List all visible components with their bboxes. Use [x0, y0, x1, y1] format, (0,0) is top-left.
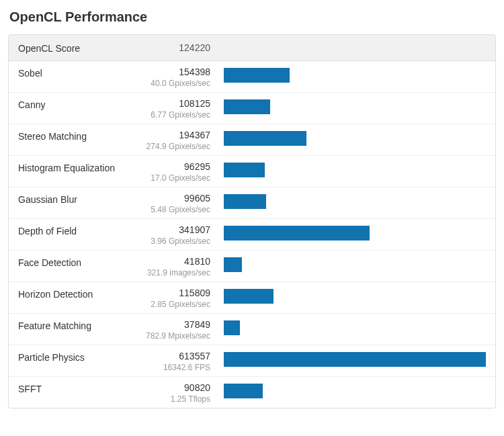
benchmark-row: Histogram Equalization9629517.0 Gpixels/… [9, 156, 495, 187]
benchmark-name: Particle Physics [18, 351, 139, 363]
benchmark-row: SFFT908201.25 Tflops [9, 377, 495, 408]
benchmark-name: Stereo Matching [18, 130, 139, 142]
benchmark-unit: 17.0 Gpixels/sec [139, 173, 210, 183]
benchmark-unit: 6.77 Gpixels/sec [139, 110, 210, 120]
benchmark-bar [224, 352, 486, 367]
benchmark-score-col: 9629517.0 Gpixels/sec [139, 161, 213, 183]
benchmark-bar [224, 99, 270, 114]
benchmark-score: 613557 [139, 351, 210, 361]
benchmark-name: Gaussian Blur [18, 193, 139, 205]
benchmark-unit: 40.0 Gpixels/sec [139, 79, 210, 88]
benchmark-bar-col [213, 288, 486, 304]
benchmark-bar-col [213, 161, 486, 177]
benchmark-row: Gaussian Blur996055.48 Gpixels/sec [9, 187, 495, 219]
benchmark-unit: 2.85 Gpixels/sec [139, 300, 210, 309]
benchmark-bar-col [213, 256, 486, 272]
benchmark-bar [224, 194, 266, 209]
benchmark-name: Horizon Detection [18, 288, 139, 300]
benchmark-row: Particle Physics61355716342.6 FPS [9, 345, 495, 377]
benchmark-name: Feature Matching [18, 319, 139, 331]
benchmark-row: Horizon Detection1158092.85 Gpixels/sec [9, 282, 495, 314]
page-title: OpenCL Performance [9, 9, 496, 25]
benchmark-row: Canny1081256.77 Gpixels/sec [9, 93, 495, 124]
benchmark-score: 154398 [139, 67, 210, 77]
benchmark-score-col: 15439840.0 Gpixels/sec [139, 67, 213, 88]
score-header-row: OpenCL Score 124220 [9, 35, 495, 61]
benchmark-row: Depth of Field3419073.96 Gpixels/sec [9, 219, 495, 251]
benchmark-unit: 274.9 Gpixels/sec [139, 142, 210, 151]
benchmark-score-col: 908201.25 Tflops [139, 382, 213, 404]
benchmark-score: 90820 [139, 382, 210, 393]
benchmark-row: Face Detection41810321.9 images/sec [9, 251, 495, 282]
benchmark-bar-col [213, 98, 486, 114]
benchmark-row: Sobel15439840.0 Gpixels/sec [9, 61, 495, 93]
benchmark-bar [224, 131, 306, 146]
score-header-spacer [213, 47, 486, 48]
score-header-label: OpenCL Score [18, 42, 139, 54]
benchmark-score-col: 37849782.9 Mpixels/sec [139, 319, 213, 341]
benchmark-unit: 3.96 Gpixels/sec [139, 236, 210, 246]
benchmark-name: Face Detection [18, 256, 139, 268]
benchmark-score: 37849 [139, 319, 210, 330]
benchmark-unit: 321.9 images/sec [139, 268, 210, 277]
benchmark-bar-col [213, 67, 486, 83]
benchmark-score-col: 41810321.9 images/sec [139, 256, 213, 277]
benchmark-name: Sobel [18, 67, 139, 79]
benchmark-bar [224, 320, 240, 335]
benchmark-bar [224, 163, 265, 177]
benchmark-unit: 16342.6 FPS [139, 363, 210, 372]
benchmark-bar-col [213, 382, 486, 398]
benchmark-name: Canny [18, 98, 139, 110]
benchmark-panel: OpenCL Score 124220 Sobel15439840.0 Gpix… [8, 34, 496, 408]
benchmark-score: 115809 [139, 288, 210, 298]
benchmark-bar [224, 289, 274, 304]
benchmark-bar-col [213, 224, 486, 241]
benchmark-score: 108125 [139, 98, 210, 109]
benchmark-score: 41810 [139, 256, 210, 267]
benchmark-score: 99605 [139, 193, 210, 204]
benchmark-score-col: 61355716342.6 FPS [139, 351, 213, 372]
score-header-value: 124220 [139, 42, 213, 53]
benchmark-score-col: 3419073.96 Gpixels/sec [139, 224, 213, 246]
benchmark-rows-container: Sobel15439840.0 Gpixels/secCanny1081256.… [9, 61, 495, 408]
benchmark-bar [224, 384, 263, 398]
benchmark-score-col: 194367274.9 Gpixels/sec [139, 130, 213, 151]
benchmark-score: 341907 [139, 224, 210, 235]
benchmark-score-col: 1081256.77 Gpixels/sec [139, 98, 213, 120]
benchmark-bar-col [213, 193, 486, 209]
benchmark-bar [224, 68, 290, 83]
benchmark-name: Histogram Equalization [18, 161, 139, 173]
benchmark-row: Stereo Matching194367274.9 Gpixels/sec [9, 124, 495, 156]
benchmark-name: Depth of Field [18, 224, 139, 236]
benchmark-score-col: 1158092.85 Gpixels/sec [139, 288, 213, 309]
benchmark-bar [224, 226, 370, 241]
benchmark-bar-col [213, 319, 486, 335]
benchmark-score: 194367 [139, 130, 210, 140]
benchmark-unit: 5.48 Gpixels/sec [139, 205, 210, 214]
benchmark-bar [224, 257, 242, 272]
benchmark-bar-col [213, 351, 486, 367]
benchmark-score: 96295 [139, 161, 210, 172]
benchmark-unit: 782.9 Mpixels/sec [139, 331, 210, 341]
benchmark-row: Feature Matching37849782.9 Mpixels/sec [9, 314, 495, 345]
benchmark-score-col: 996055.48 Gpixels/sec [139, 193, 213, 214]
benchmark-name: SFFT [18, 382, 139, 394]
benchmark-bar-col [213, 130, 486, 146]
benchmark-unit: 1.25 Tflops [139, 394, 210, 404]
